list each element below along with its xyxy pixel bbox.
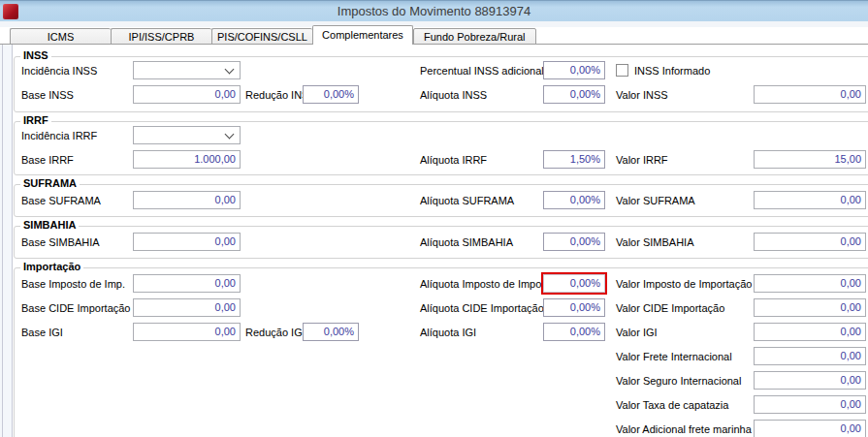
aliquota-igi-field[interactable]: 0,00%	[543, 323, 605, 341]
aliquota-cide-importacao-field[interactable]: 0,00%	[543, 298, 605, 317]
valor-seguro-internacional-field[interactable]: 0,00	[754, 371, 866, 390]
aliquota-imposto-importacao-field-highlighted[interactable]: 0,00%	[543, 274, 605, 293]
valor-taxa-capatazia-label: Valor Taxa de capatazia	[616, 397, 728, 413]
valor-igi-field[interactable]: 0,00	[754, 323, 866, 341]
importacao-legend: Importação	[20, 261, 83, 272]
valor-frete-internacional-field[interactable]: 0,00	[754, 347, 866, 365]
valor-inss-label: Valor INSS	[616, 87, 668, 103]
valor-irrf-field[interactable]: 15,00	[754, 150, 866, 169]
reducao-igi-field[interactable]: 0,00%	[303, 323, 359, 341]
valor-adicional-frete-marinha-field[interactable]: 0,00	[754, 420, 866, 437]
base-irrf-field[interactable]: 1.000,00	[133, 150, 241, 169]
base-simbahia-label: Base SIMBAHIA	[21, 234, 100, 250]
base-suframa-label: Base SUFRAMA	[21, 193, 101, 208]
tab-complementares[interactable]: Complementares	[312, 25, 413, 45]
valor-simbahia-field[interactable]: 0,00	[754, 233, 866, 251]
importacao-capatazia-row: Valor Taxa de capatazia 0,00	[0, 395, 868, 415]
importacao-ii-row: Base Imposto de Imp. 0,00 Alíquota Impos…	[0, 274, 868, 294]
valor-taxa-capatazia-field[interactable]: 0,00	[754, 395, 866, 414]
irrf-base-row: Base IRRF 1.000,00 Alíquota IRRF 1,50% V…	[0, 150, 868, 170]
valor-simbahia-label: Valor SIMBAHIA	[616, 234, 694, 250]
simbahia-legend: SIMBAHIA	[20, 219, 79, 231]
valor-suframa-field[interactable]: 0,00	[754, 191, 866, 209]
irrf-legend: IRRF	[20, 114, 51, 126]
valor-adicional-frete-marinha-label: Valor Adicional frete marinha	[616, 421, 752, 437]
valor-frete-internacional-label: Valor Frete Internacional	[616, 349, 732, 364]
inss-legend: INSS	[20, 49, 51, 61]
valor-igi-label: Valor IGI	[616, 325, 658, 340]
aliquota-inss-field[interactable]: 0,00%	[543, 85, 605, 104]
base-suframa-field[interactable]: 0,00	[133, 191, 241, 209]
base-inss-label: Base INSS	[21, 87, 74, 103]
chevron-down-icon	[225, 65, 235, 75]
base-igi-field[interactable]: 0,00	[133, 323, 241, 341]
base-cide-importacao-field[interactable]: 0,00	[133, 298, 241, 317]
base-imposto-imp-field[interactable]: 0,00	[133, 274, 241, 293]
inss-base-row: Base INSS 0,00 Redução INSS 0,00% Alíquo…	[0, 85, 868, 105]
irrf-incidencia-row: Incidência IRRF	[0, 126, 868, 145]
valor-cide-importacao-field[interactable]: 0,00	[754, 298, 866, 317]
incidencia-inss-label: Incidência INSS	[21, 63, 97, 78]
base-simbahia-field[interactable]: 0,00	[133, 233, 241, 251]
reducao-igi-label: Redução IGI	[245, 325, 305, 340]
aliquota-simbahia-label: Alíquota SIMBAHIA	[420, 234, 513, 250]
tab-ipi-iss-cprb[interactable]: IPI/ISS/CPRB	[111, 28, 211, 45]
aliquota-inss-label: Alíquota INSS	[420, 87, 487, 103]
incidencia-irrf-select[interactable]	[133, 126, 241, 144]
base-irrf-label: Base IRRF	[21, 152, 74, 168]
base-igi-label: Base IGI	[21, 325, 63, 340]
valor-inss-field[interactable]: 0,00	[754, 85, 866, 104]
importacao-cide-row: Base CIDE Importação 0,00 Alíquota CIDE …	[0, 298, 868, 318]
inss-incidencia-row: Incidência INSS Percentual INSS adiciona…	[0, 61, 868, 80]
aliquota-cide-importacao-label: Alíquota CIDE Importação	[420, 300, 544, 316]
valor-imposto-importacao-label: Valor Imposto de Importação	[616, 276, 752, 292]
tab-pis-cofins-csll[interactable]: PIS/COFINS/CSLL	[211, 28, 312, 45]
suframa-row: Base SUFRAMA 0,00 Alíquota SUFRAMA 0,00%…	[0, 191, 868, 210]
valor-irrf-label: Valor IRRF	[616, 152, 668, 168]
aliquota-irrf-label: Alíquota IRRF	[420, 152, 487, 168]
percentual-inss-adicional-label: Percentual INSS adicional	[420, 63, 544, 78]
chevron-down-icon	[225, 130, 235, 140]
suframa-legend: SUFRAMA	[20, 177, 80, 189]
percentual-inss-adicional-field[interactable]: 0,00%	[543, 61, 605, 79]
incidencia-irrf-label: Incidência IRRF	[21, 128, 97, 143]
window-title: Impostos do Movimento 88913974	[0, 4, 868, 18]
title-bar: Impostos do Movimento 88913974	[0, 0, 868, 21]
aliquota-simbahia-field[interactable]: 0,00%	[543, 233, 605, 251]
aliquota-irrf-field[interactable]: 1,50%	[543, 150, 605, 169]
valor-cide-importacao-label: Valor CIDE Importação	[616, 300, 724, 316]
reducao-inss-field[interactable]: 0,00%	[303, 85, 359, 104]
aliquota-suframa-label: Alíquota SUFRAMA	[420, 193, 514, 208]
tab-icms[interactable]: ICMS	[10, 28, 111, 45]
base-imposto-imp-label: Base Imposto de Imp.	[21, 276, 125, 292]
simbahia-row: Base SIMBAHIA 0,00 Alíquota SIMBAHIA 0,0…	[0, 233, 868, 252]
valor-seguro-internacional-label: Valor Seguro Internacional	[616, 373, 741, 389]
tab-bar: ICMS IPI/ISS/CPRB PIS/COFINS/CSLL Comple…	[0, 27, 868, 45]
importacao-igi-row: Base IGI 0,00 Redução IGI 0,00% Alíquota…	[0, 323, 868, 342]
aliquota-igi-label: Alíquota IGI	[420, 325, 476, 340]
valor-imposto-importacao-field[interactable]: 0,00	[754, 274, 866, 293]
base-inss-field[interactable]: 0,00	[133, 85, 241, 104]
importacao-seguro-row: Valor Seguro Internacional 0,00	[0, 371, 868, 390]
aliquota-suframa-field[interactable]: 0,00%	[543, 191, 605, 209]
inss-informado-checkbox[interactable]	[616, 64, 628, 77]
tax-dialog-window: Impostos do Movimento 88913974 ICMS IPI/…	[0, 0, 868, 437]
base-cide-importacao-label: Base CIDE Importação	[21, 300, 131, 316]
inss-informado-label: INSS Informado	[634, 63, 710, 78]
importacao-afrmm-row: Valor Adicional frete marinha 0,00	[0, 420, 868, 437]
incidencia-inss-select[interactable]	[133, 61, 241, 79]
valor-suframa-label: Valor SUFRAMA	[616, 193, 695, 208]
tab-fundo-pobreza-rural[interactable]: Fundo Pobreza/Rural	[413, 28, 536, 45]
importacao-frete-row: Valor Frete Internacional 0,00	[0, 347, 868, 366]
